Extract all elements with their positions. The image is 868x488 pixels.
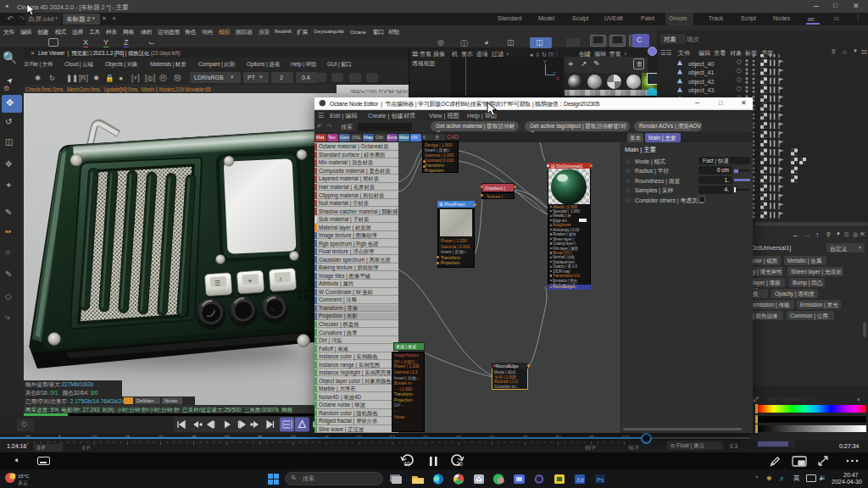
svg-text:多云: 多云 — [18, 480, 28, 485]
svg-text:object_43: object_43 — [688, 87, 714, 94]
svg-text:30: 30 — [457, 461, 464, 467]
svg-text:+: + — [248, 276, 253, 285]
svg-text:object_41: object_41 — [688, 69, 714, 76]
svg-text:♪: ♪ — [279, 274, 283, 282]
svg-text:15°C: 15°C — [18, 474, 30, 479]
svg-text:Xd: Xd — [576, 477, 584, 483]
svg-text:10: 10 — [404, 461, 411, 467]
svg-text:object_42: object_42 — [688, 79, 714, 86]
svg-text:Ps: Ps — [597, 477, 604, 483]
svg-text:☼: ☼ — [270, 306, 275, 312]
svg-text:☰: ☰ — [214, 280, 221, 287]
svg-text:object_40: object_40 — [688, 61, 714, 68]
